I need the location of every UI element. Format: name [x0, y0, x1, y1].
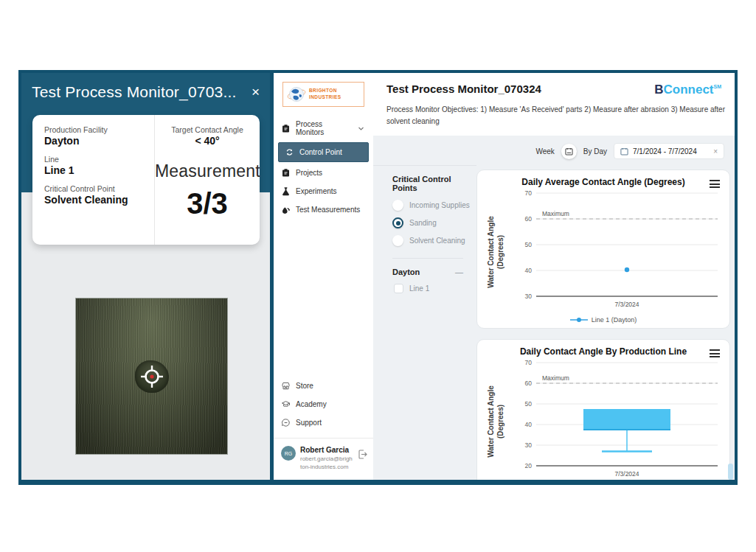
by-day-label[interactable]: By Day: [583, 147, 607, 156]
svg-text:50: 50: [525, 400, 533, 408]
sidebar-item-projects[interactable]: Projects: [274, 164, 373, 182]
measurement-count: 3/3: [155, 187, 260, 220]
radio-label: Incoming Supplies: [409, 201, 470, 209]
chart-menu-icon[interactable]: [710, 180, 720, 190]
sidebar-item-label: Academy: [296, 400, 366, 408]
clipboard-icon: [281, 124, 291, 133]
logo-line1: BRIGHTON: [309, 88, 341, 94]
calendar-icon: [620, 147, 628, 156]
measurement-summary-card: Production FacilityDaytonLineLine 1Criti…: [32, 115, 260, 245]
radio-icon[interactable]: [392, 235, 403, 246]
user-name: Robert Garcia: [300, 446, 353, 454]
filters-heading: Critical Control Points: [392, 175, 472, 192]
svg-text:50: 50: [525, 241, 533, 248]
svg-text:30: 30: [525, 441, 533, 449]
sidebar-item-label: Store: [296, 382, 366, 390]
svg-text:30: 30: [525, 293, 533, 300]
radio-option-sanding[interactable]: Sanding: [392, 217, 472, 228]
sidebar-item-test-measurements[interactable]: Test Measurements: [274, 200, 373, 219]
filters-panel: Critical Control Points Incoming Supplie…: [373, 165, 476, 480]
radio-option-solvent-cleaning[interactable]: Solvent Cleaning: [392, 235, 472, 246]
sidebar-item-control-point[interactable]: Control Point: [278, 142, 369, 162]
svg-text:20: 20: [525, 462, 533, 469]
legend-label: Line 1 (Dayton): [592, 316, 637, 324]
svg-text:60: 60: [525, 215, 533, 223]
clipboard-icon: [281, 168, 291, 178]
sidebar-item-experiments[interactable]: Experiments: [274, 182, 373, 200]
droplet-angle-icon: [281, 205, 291, 214]
line-filter-list: Line 1: [392, 284, 472, 293]
y-axis-label: Water Contact Angle (Degrees): [487, 373, 505, 470]
avatar: RG: [281, 446, 296, 461]
svg-text:40: 40: [525, 267, 533, 274]
sidebar-item-support[interactable]: Support: [274, 413, 373, 432]
objectives-text: Process Monitor Objectives: 1) Measure '…: [386, 104, 735, 127]
daily-average-chart-card: Daily Average Contact Angle (Degrees) Wa…: [476, 170, 730, 329]
chart-legend: Line 1 (Dayton): [485, 315, 722, 326]
date-range-input[interactable]: 7/1/2024 - 7/7/2024 ×: [614, 143, 724, 159]
academy-icon: [281, 399, 291, 409]
radio-icon[interactable]: [392, 200, 403, 211]
app-window: Test Process Monitor_0703... × Productio…: [18, 70, 738, 485]
globe-icon: [287, 85, 306, 104]
store-icon: [281, 381, 291, 391]
checkbox-row-line-1[interactable]: Line 1: [394, 284, 472, 293]
field-value: Dayton: [44, 135, 147, 147]
svg-text:Maximum: Maximum: [542, 210, 569, 217]
sidebar-item-label: Test Measurements: [296, 206, 366, 214]
checkbox-icon[interactable]: [394, 284, 403, 293]
radio-label: Solvent Cleaning: [409, 237, 465, 245]
target-angle-label: Target Contact Angle: [155, 125, 260, 134]
main-panel: Test Process Monitor_070324 BConnectSM P…: [373, 73, 735, 480]
measurement-panel: Test Process Monitor_0703... × Productio…: [21, 73, 274, 480]
logo-line2: INDUSTRIES: [309, 94, 341, 101]
chart-menu-icon[interactable]: [710, 349, 720, 360]
field-value: Solvent Cleaning: [44, 194, 147, 206]
sidebar-item-store[interactable]: Store: [274, 377, 373, 395]
svg-text:70: 70: [525, 359, 533, 366]
date-controls: Week By Day 7/1/2024 - 7/7/2024 ×: [373, 136, 735, 165]
svg-text:60: 60: [525, 380, 533, 387]
control-point-options: Incoming SuppliesSandingSolvent Cleaning: [392, 200, 472, 246]
checkbox-label: Line 1: [409, 284, 429, 293]
sidebar-item-academy[interactable]: Academy: [274, 395, 373, 413]
week-label: Week: [535, 147, 554, 156]
support-icon: [281, 418, 291, 427]
by-production-line-chart-card: Daily Contact Angle By Production Line W…: [476, 339, 730, 480]
contact-angle-photo: [75, 298, 228, 455]
page-title: Test Process Monitor_070324: [386, 83, 654, 95]
user-profile[interactable]: RG Robert Garcia robert.garcia@brighton-…: [274, 439, 373, 480]
measurement-panel-title: Test Process Monitor_0703...: [32, 83, 246, 101]
nav-list: Process MonitorsControl PointProjectsExp…: [274, 116, 373, 219]
scrollbar-thumb[interactable]: [728, 464, 733, 480]
box-plot: 706050403020Maximum7/3/2024: [507, 358, 722, 480]
user-email: robert.garcia@brighton-industries.com: [300, 455, 353, 471]
svg-text:40: 40: [525, 421, 533, 428]
svg-text:7/3/2024: 7/3/2024: [614, 470, 639, 478]
svg-text:70: 70: [525, 189, 533, 197]
radio-selected-icon[interactable]: [392, 217, 403, 228]
date-range-value: 7/1/2024 - 7/7/2024: [633, 147, 697, 156]
summary-fields: Production FacilityDaytonLineLine 1Criti…: [32, 115, 155, 245]
clear-date-icon[interactable]: ×: [713, 147, 718, 156]
sidebar-item-label: Control Point: [299, 148, 365, 156]
chart-title: Daily Average Contact Angle (Degrees): [485, 177, 722, 187]
y-axis-label: Water Contact Angle (Degrees): [487, 203, 505, 301]
sidebar-item-process-monitors[interactable]: Process Monitors: [274, 116, 373, 141]
calendar-toggle-button[interactable]: [561, 144, 577, 159]
target-angle-value: < 40°: [155, 135, 260, 147]
chart-title: Daily Contact Angle By Production Line: [485, 346, 722, 357]
flask-icon: [281, 186, 291, 196]
svg-text:Maximum: Maximum: [542, 374, 569, 382]
sidebar-item-label: Support: [296, 419, 366, 427]
bconnect-logo: BConnectSM: [654, 83, 721, 97]
brighton-logo: BRIGHTON INDUSTRIES: [282, 82, 364, 107]
crosshair-icon: [139, 364, 164, 389]
calendar-icon: [565, 147, 573, 156]
charts-column: Daily Average Contact Angle (Degrees) Wa…: [476, 165, 735, 480]
logout-icon[interactable]: [358, 446, 367, 462]
collapse-icon[interactable]: —: [455, 268, 463, 276]
radio-option-incoming-supplies[interactable]: Incoming Supplies: [392, 200, 472, 211]
close-icon[interactable]: ×: [246, 84, 266, 100]
field-label: Critical Control Point: [44, 184, 147, 193]
